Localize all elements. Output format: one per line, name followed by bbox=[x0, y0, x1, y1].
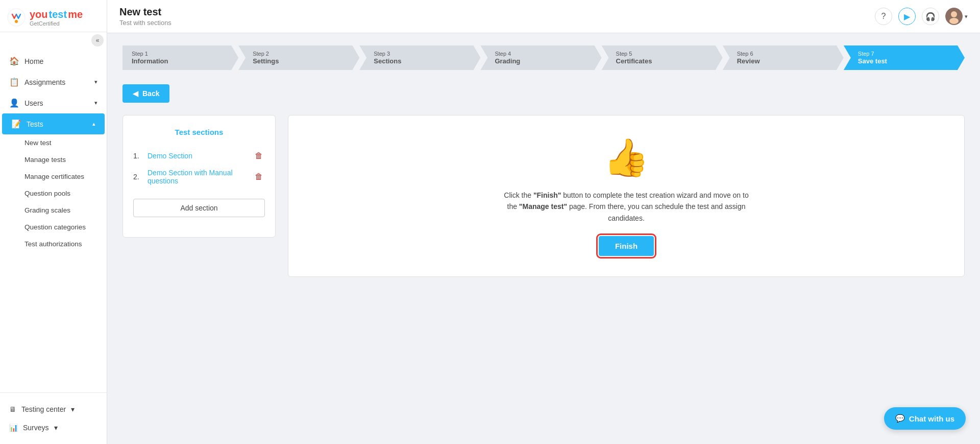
testing-center-label: Testing center bbox=[21, 405, 66, 413]
users-icon: 👤 bbox=[9, 98, 19, 108]
thumbs-up-icon: 👍 bbox=[603, 136, 649, 179]
surveys-label: Surveys bbox=[23, 424, 49, 432]
content-area: Step 1 Information Step 2 Settings Step … bbox=[107, 33, 980, 444]
sidebar-item-users[interactable]: 👤 Users ▾ bbox=[0, 92, 107, 113]
chevron-down-icon: ▾ bbox=[54, 424, 58, 432]
step-4[interactable]: Step 4 Grading bbox=[480, 45, 601, 70]
step-2[interactable]: Step 2 Settings bbox=[238, 45, 359, 70]
help-button[interactable]: ? bbox=[875, 8, 892, 25]
step-num-4: Step 4 bbox=[495, 51, 520, 57]
logo-area: youtestme GetCertified bbox=[0, 0, 107, 32]
step-5[interactable]: Step 5 Certificates bbox=[602, 45, 723, 70]
step-num-5: Step 5 bbox=[616, 51, 652, 57]
sidebar: youtestme GetCertified « 🏠 Home 📋 Assign… bbox=[0, 0, 107, 444]
svg-point-1 bbox=[15, 20, 18, 23]
step-label-4: Grading bbox=[495, 57, 520, 65]
section-num-1: 1. bbox=[133, 152, 144, 160]
sidebar-item-new-test[interactable]: New test bbox=[0, 134, 107, 151]
sidebar-item-home[interactable]: 🏠 Home bbox=[0, 51, 107, 72]
step-label-2: Settings bbox=[253, 57, 279, 65]
step-num-1: Step 1 bbox=[132, 51, 168, 57]
sidebar-nav: 🏠 Home 📋 Assignments ▾ 👤 Users ▾ 📝 Tests… bbox=[0, 49, 107, 392]
step-7[interactable]: Step 7 Save test bbox=[844, 45, 965, 70]
back-button[interactable]: ◀ Back bbox=[122, 84, 169, 103]
play-button[interactable]: ▶ bbox=[898, 8, 916, 25]
delete-section-2-button[interactable]: 🗑 bbox=[253, 171, 265, 182]
chat-label: Chat with us bbox=[909, 414, 954, 423]
topbar: New test Test with sections ? ▶ 🎧 bbox=[107, 0, 980, 33]
avatar-image bbox=[945, 8, 963, 25]
play-icon: ▶ bbox=[904, 12, 910, 21]
chevron-down-icon: ▾ bbox=[94, 79, 97, 85]
delete-section-1-button[interactable]: 🗑 bbox=[253, 150, 265, 161]
sidebar-bottom: 🖥 Testing center ▾ 📊 Surveys ▾ bbox=[0, 392, 107, 444]
steps-wizard: Step 1 Information Step 2 Settings Step … bbox=[122, 45, 965, 70]
sidebar-collapse-button[interactable]: « bbox=[91, 34, 104, 46]
step-label-5: Certificates bbox=[616, 57, 652, 65]
step-label-1: Information bbox=[132, 57, 168, 65]
sidebar-item-test-authorizations[interactable]: Test authorizations bbox=[0, 236, 107, 252]
finish-card: 👍 Click the "Finish" button to complete … bbox=[288, 115, 965, 277]
table-row: 1. Demo Section 🗑 bbox=[133, 147, 265, 165]
sidebar-item-testing-center[interactable]: 🖥 Testing center ▾ bbox=[9, 400, 97, 418]
finish-bold-2: "Manage test" bbox=[519, 202, 567, 211]
back-arrow-icon: ◀ bbox=[133, 89, 138, 98]
section-link-2[interactable]: Demo Section with Manual questions bbox=[148, 169, 253, 185]
section-num-2: 2. bbox=[133, 173, 144, 181]
step-6[interactable]: Step 6 Review bbox=[723, 45, 844, 70]
headset-icon: 🎧 bbox=[925, 12, 936, 21]
page-title-area: New test Test with sections bbox=[119, 6, 172, 27]
sidebar-item-tests[interactable]: 📝 Tests ▴ bbox=[2, 113, 105, 134]
sections-card-title: Test sections bbox=[133, 128, 265, 136]
add-section-button[interactable]: Add section bbox=[133, 199, 265, 217]
trash-icon: 🗑 bbox=[255, 172, 263, 181]
step-3[interactable]: Step 3 Sections bbox=[359, 45, 480, 70]
chevron-down-icon: ▾ bbox=[94, 100, 97, 106]
chevron-down-icon: ▾ bbox=[71, 405, 75, 413]
svg-point-0 bbox=[8, 9, 25, 26]
topbar-actions: ? ▶ 🎧 ▾ bbox=[875, 8, 968, 25]
sidebar-item-manage-certificates[interactable]: Manage certificates bbox=[0, 168, 107, 185]
step-num-6: Step 6 bbox=[737, 51, 760, 57]
chevron-up-icon: ▴ bbox=[92, 121, 95, 127]
step-label-3: Sections bbox=[374, 57, 401, 65]
svg-point-3 bbox=[951, 11, 957, 17]
step-num-7: Step 7 bbox=[858, 51, 887, 57]
assignments-icon: 📋 bbox=[9, 77, 19, 87]
avatar-chevron-icon: ▾ bbox=[965, 13, 968, 20]
chat-button[interactable]: 💬 Chat with us bbox=[884, 407, 966, 430]
home-icon: 🏠 bbox=[9, 56, 19, 66]
finish-bold-1: "Finish" bbox=[533, 191, 561, 199]
sidebar-item-grading-scales[interactable]: Grading scales bbox=[0, 202, 107, 219]
question-icon: ? bbox=[881, 12, 886, 21]
cards-row: Test sections 1. Demo Section 🗑 2. Demo … bbox=[122, 115, 965, 277]
sidebar-item-label: Home bbox=[24, 57, 43, 65]
step-num-2: Step 2 bbox=[253, 51, 279, 57]
sections-card: Test sections 1. Demo Section 🗑 2. Demo … bbox=[122, 115, 276, 238]
tests-icon: 📝 bbox=[11, 119, 21, 129]
logo-text: youtestme GetCertified bbox=[30, 9, 83, 27]
sidebar-item-manage-tests[interactable]: Manage tests bbox=[0, 151, 107, 168]
table-row: 2. Demo Section with Manual questions 🗑 bbox=[133, 165, 265, 189]
svg-point-4 bbox=[949, 18, 959, 24]
logo-icon bbox=[7, 8, 26, 27]
page-subtitle: Test with sections bbox=[119, 19, 172, 27]
surveys-icon: 📊 bbox=[9, 424, 18, 432]
step-1[interactable]: Step 1 Information bbox=[122, 45, 238, 70]
chat-icon: 💬 bbox=[895, 414, 905, 423]
sidebar-item-question-pools[interactable]: Question pools bbox=[0, 185, 107, 202]
finish-button[interactable]: Finish bbox=[599, 236, 654, 256]
sidebar-item-assignments[interactable]: 📋 Assignments ▾ bbox=[0, 72, 107, 92]
headset-button[interactable]: 🎧 bbox=[922, 8, 939, 25]
section-list: 1. Demo Section 🗑 2. Demo Section with M… bbox=[133, 147, 265, 189]
step-num-3: Step 3 bbox=[374, 51, 401, 57]
sidebar-item-surveys[interactable]: 📊 Surveys ▾ bbox=[9, 418, 97, 437]
step-label-6: Review bbox=[737, 57, 760, 65]
avatar-menu[interactable]: ▾ bbox=[945, 8, 968, 25]
page-title: New test bbox=[119, 6, 172, 18]
section-link-1[interactable]: Demo Section bbox=[148, 152, 253, 160]
main-area: New test Test with sections ? ▶ 🎧 bbox=[107, 0, 980, 444]
trash-icon: 🗑 bbox=[255, 151, 263, 160]
sidebar-item-question-categories[interactable]: Question categories bbox=[0, 219, 107, 236]
sidebar-item-label: Tests bbox=[27, 120, 43, 128]
